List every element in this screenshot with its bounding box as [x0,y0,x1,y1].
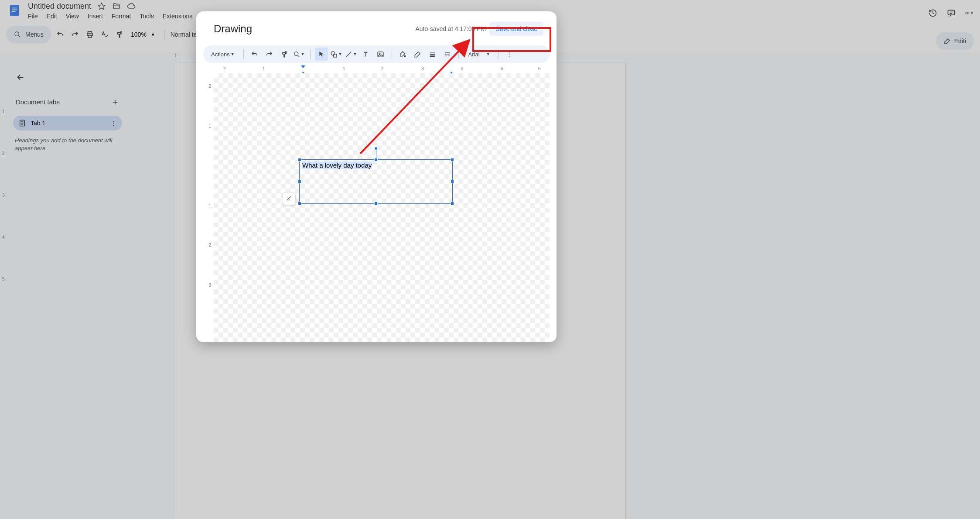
redo-button[interactable] [69,28,81,41]
move-icon[interactable] [112,2,121,10]
left-margin-marker[interactable] [301,65,305,72]
text-box-content[interactable]: What a lovely day today [302,162,372,169]
resize-handle-e[interactable] [451,180,454,183]
resize-handle-ne[interactable] [451,158,454,162]
image-tool[interactable] [374,48,387,61]
document-tabs-sidebar: Document tabs ＋ Tab 1 ⋮ Headings you add… [9,65,126,157]
svg-point-16 [404,55,406,57]
resize-handle-sw[interactable] [298,202,301,205]
border-color-button[interactable] [411,48,424,61]
autosave-status: Auto-saved at 4:17:05 PM [415,25,486,32]
divider [458,49,459,59]
shape-tool[interactable]: ▼ [330,48,343,61]
right-margin-marker[interactable] [449,65,454,72]
history-icon[interactable] [929,9,937,17]
drawing-toolbar: Actions▼ ▼ ▼ ▼ Arial▼ ⋮ [203,45,550,63]
svg-point-4 [15,32,19,36]
paint-format-button[interactable] [278,48,291,61]
rotate-line [376,149,376,158]
menu-insert[interactable]: Insert [88,13,103,20]
back-button[interactable] [13,70,28,85]
border-dash-button[interactable] [441,48,454,61]
modal-header: Drawing Auto-saved at 4:17:05 PM Save an… [196,11,557,42]
drawing-horizontal-ruler: 2 1 1 2 3 4 5 6 [214,65,550,73]
cloud-icon[interactable] [127,2,136,10]
svg-rect-1 [12,8,17,9]
divider [164,29,164,40]
paint-format-button[interactable] [113,28,126,41]
line-tool[interactable]: ▼ [345,48,358,61]
divider [392,49,392,59]
zoom-dropdown[interactable]: ▼ [293,48,306,61]
format-options-button[interactable] [283,192,296,205]
drawing-canvas[interactable]: What a lovely day today [214,73,550,342]
border-weight-button[interactable] [426,48,439,61]
add-tab-button[interactable]: ＋ [111,96,120,108]
select-tool[interactable] [315,48,328,61]
svg-rect-13 [333,54,336,57]
fill-color-button[interactable] [396,48,410,61]
docs-logo[interactable] [6,2,24,19]
save-and-close-button[interactable]: Save and close [489,22,543,36]
menus-label: Menus [25,31,44,38]
tab-more-icon[interactable]: ⋮ [111,120,117,127]
undo-button[interactable] [54,28,66,41]
svg-rect-9 [966,12,967,14]
menubar: File Edit View Insert Format Tools Exten… [28,13,205,20]
svg-point-11 [294,52,298,55]
drawing-canvas-area: 2 1 1 2 3 4 5 6 2 1 1 2 3 [203,65,550,342]
menu-edit[interactable]: Edit [47,13,57,20]
divider [243,49,244,59]
editing-mode-button[interactable]: Editi [936,32,974,50]
svg-rect-2 [12,10,17,10]
menus-search-pill[interactable]: Menus [6,26,51,43]
menu-format[interactable]: Format [112,13,131,20]
document-tabs-heading: Document tabs [16,98,60,106]
svg-rect-0 [10,5,19,16]
svg-rect-3 [12,11,16,12]
print-button[interactable] [84,28,96,41]
divider [310,49,311,59]
text-box-selection[interactable]: What a lovely day today [299,159,453,204]
redo-button[interactable] [263,48,276,61]
modal-title: Drawing [214,23,252,35]
divider [498,49,499,59]
resize-handle-nw[interactable] [298,158,301,162]
resize-handle-w[interactable] [298,180,301,183]
actions-dropdown[interactable]: Actions▼ [207,48,239,61]
menu-file[interactable]: File [28,13,38,20]
tab-label: Tab 1 [31,120,45,127]
menu-extensions[interactable]: Extensions [163,13,192,20]
zoom-dropdown[interactable]: 100% ▼ [128,31,158,38]
undo-button[interactable] [248,48,261,61]
document-title[interactable]: Untitled document [28,2,91,11]
top-right-controls: ▼ [929,9,974,17]
tab-item-1[interactable]: Tab 1 ⋮ [13,116,122,131]
more-options-button[interactable]: ⋮ [503,48,516,61]
resize-handle-se[interactable] [451,202,454,205]
comment-icon[interactable] [947,9,956,17]
resize-handle-s[interactable] [374,202,378,205]
paragraph-style-dropdown[interactable]: Normal tex [171,31,200,38]
meet-icon[interactable]: ▼ [965,9,974,17]
star-icon[interactable] [97,2,106,10]
text-box-tool[interactable] [359,48,372,61]
resize-handle-n[interactable] [374,158,378,162]
svg-rect-14 [378,52,383,56]
outline-hint: Headings you add to the document will ap… [13,137,122,152]
svg-point-15 [379,53,380,54]
spellcheck-button[interactable] [99,28,111,41]
drawing-modal: Drawing Auto-saved at 4:17:05 PM Save an… [196,11,557,342]
menu-view[interactable]: View [66,13,79,20]
font-dropdown[interactable]: Arial▼ [463,48,494,61]
svg-point-12 [331,52,335,55]
menu-tools[interactable]: Tools [140,13,154,20]
drawing-vertical-ruler: 2 1 1 2 3 [203,73,214,342]
svg-rect-8 [948,10,955,15]
rotate-handle[interactable] [374,147,378,150]
